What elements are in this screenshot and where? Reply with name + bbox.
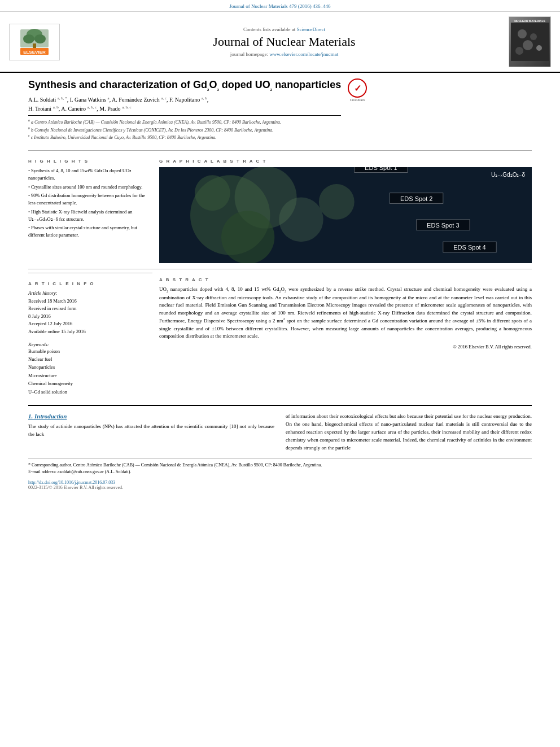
journal-cover-image: NUCLEAR MATERIALS [509,16,551,67]
doi-line: http://dx.doi.org/10.1016/j.jnucmat.2016… [28,480,532,485]
article-info-column: A R T I C L E I N F O Article history: R… [28,273,152,396]
divider-2 [28,269,532,269]
paper-container: Synthesis and characterization of Gd2O3 … [0,73,560,501]
svg-point-3 [34,34,46,43]
body-section: 1. Introduction The study of actinide na… [28,405,532,490]
svg-point-11 [536,45,542,51]
keyword-6: U–Gd solid solution [28,388,152,396]
history-label: Article history: [28,290,152,298]
issn-line: 0022-3115/© 2016 Elsevier B.V. All right… [28,485,532,490]
paper-title: Synthesis and characterization of Gd2O3 … [28,78,341,92]
received-date: Received 18 March 2016 [28,298,152,305]
elsevier-logo: ELSEVIER [9,24,60,60]
abstract-text: UO2 nanoparticles doped with 4, 8, 10 an… [159,286,532,340]
ga-microscopy-svg: EDS Spot 1 EDS Spot 2 EDS Spot 3 EDS Spo… [159,167,532,263]
affiliations: a a Centro Atómico Bariloche (CAB) — Com… [28,115,341,141]
journal-homepage: journal homepage: www.elsevier.com/locat… [60,51,509,57]
svg-text:EDS Spot 1: EDS Spot 1 [365,167,397,171]
article-history: Article history: Received 18 March 2016 … [28,290,152,336]
available-date: Available online 15 July 2016 [28,328,152,336]
accepted-date: Accepted 12 July 2016 [28,320,152,328]
crossmark-badge: ✓ CrossMark [347,78,368,102]
svg-text:EDS Spot 4: EDS Spot 4 [453,244,485,251]
elsevier-tree-icon: ELSEVIER [18,27,51,58]
body-right-col: of information about their ecotoxicologi… [286,413,532,452]
keyword-2: Nuclear fuel [28,355,152,363]
keywords-list: Burnable poison Nuclear fuel Nanoparticl… [28,347,152,396]
body-two-col: 1. Introduction The study of actinide na… [28,413,532,452]
journal-homepage-link[interactable]: www.elsevier.com/locate/jnucmat [269,51,338,57]
doi-link[interactable]: http://dx.doi.org/10.1016/j.jnucmat.2016… [28,480,115,485]
highlights-graphical-row: H I G H L I G H T S Synthesis of 4, 8, 1… [28,154,532,263]
intro-paragraph-1: The study of actinide nanoparticles (NPs… [28,423,274,439]
abstract-column: A B S T R A C T UO2 nanoparticles doped … [159,273,532,396]
footnote-section: * Corresponding author. Centro Atómico B… [28,458,532,475]
keyword-3: Nanoparticles [28,363,152,371]
journal-citation: Journal of Nuclear Materials 479 (2016) … [0,0,560,12]
ga-formula: U₁₋ₓGd₂O₂₋δ [491,172,525,178]
svg-point-9 [530,33,537,40]
highlight-item-1: Synthesis of 4, 8, 10 and 15wt% Gd₂O₃ do… [28,167,152,182]
keywords-section: Keywords: Burnable poison Nuclear fuel N… [28,342,152,396]
highlights-column: H I G H L I G H T S Synthesis of 4, 8, 1… [28,154,152,263]
science-direct-anchor[interactable]: ScienceDirect [297,27,325,32]
svg-text:ELSEVIER: ELSEVIER [23,50,46,55]
journal-title-center: Contents lists available at ScienceDirec… [60,27,509,57]
highlight-item-5: Phases with similar crystal structure an… [28,224,152,239]
journal-banner: ELSEVIER Contents lists available at Sci… [0,12,560,73]
highlight-item-3: 90% Gd distribution homogeneity between … [28,192,152,207]
ga-background: U₁₋ₓGd₂O₂₋δ EDS Spot 1 [159,167,532,263]
highlight-item-4: High Statistic X-ray Rietveld analysis d… [28,208,152,223]
svg-point-16 [221,211,274,263]
science-direct-link: Contents lists available at ScienceDirec… [60,27,509,32]
graphical-abstract-header: G R A P H I C A L A B S T R A C T [159,159,532,164]
journal-main-title: Journal of Nuclear Materials [60,34,509,49]
highlight-item-2: Crystallite sizes around 100 nm and roun… [28,184,152,191]
divider-1 [28,150,532,151]
introduction-title: 1. Introduction [28,413,274,420]
authors-line: A.L. Soldati a, b, *, I. Gana Watkins a,… [28,95,341,113]
keyword-4: Microstructure [28,372,152,379]
keyword-5: Chemical homogeneity [28,379,152,387]
keywords-label: Keywords: [28,342,152,347]
email-link[interactable]: asoldati@cab.cnea.gov.ar (A.L. Soldati). [58,469,131,474]
article-info-header: A R T I C L E I N F O [28,281,152,286]
graphical-abstract-column: G R A P H I C A L A B S T R A C T U₁₋ₓGd… [159,154,532,263]
svg-text:EDS Spot 2: EDS Spot 2 [400,195,432,202]
body-left-col: 1. Introduction The study of actinide na… [28,413,274,452]
svg-point-12 [515,47,523,55]
copyright-text: © 2016 Elsevier B.V. All rights reserved… [159,344,532,350]
amounts-word: amounts [361,326,379,331]
crossmark-icon: ✓ [348,78,367,98]
svg-point-19 [319,184,355,220]
highlights-list: Synthesis of 4, 8, 10 and 15wt% Gd₂O₃ do… [28,167,152,239]
cover-microscopy-image [511,23,549,61]
highlights-header: H I G H L I G H T S [28,159,152,164]
received-revised-date: 8 July 2016 [28,313,152,321]
abstract-header: A B S T R A C T [159,277,532,282]
intro-paragraph-2: of information about their ecotoxicologi… [286,413,532,452]
graphical-abstract-image: U₁₋ₓGd₂O₂₋δ EDS Spot 1 [159,167,532,263]
email-note: E-mail address: asoldati@cab.cnea.gov.ar… [28,469,532,475]
info-abstract-row: A R T I C L E I N F O Article history: R… [28,273,532,396]
svg-point-8 [518,29,527,38]
svg-point-10 [523,40,533,50]
corresponding-author-note: * Corresponding author. Centro Atómico B… [28,462,532,469]
svg-point-2 [23,34,34,43]
paper-title-section: Synthesis and characterization of Gd2O3 … [28,78,532,146]
crossmark-label: CrossMark [350,98,365,102]
received-revised-label: Received in revised form [28,305,152,313]
svg-text:EDS Spot 3: EDS Spot 3 [427,222,459,229]
svg-point-18 [195,175,230,211]
keyword-1: Burnable poison [28,347,152,355]
svg-point-17 [279,198,323,242]
